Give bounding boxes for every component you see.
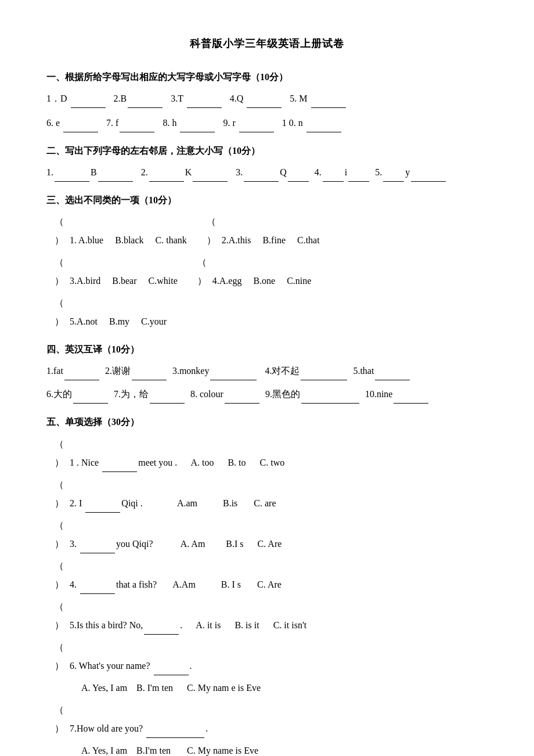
blank-4-6	[73, 403, 108, 404]
blank-5-1	[102, 471, 137, 472]
blank-4-10	[394, 403, 428, 404]
section5-q6: （ ） 6. What's your name? .	[46, 638, 488, 675]
section3-title: 三、选出不同类的一项（10分）	[46, 192, 488, 208]
blank-2-5b	[411, 181, 446, 182]
section5-q6-options: A. Yes, I am B. I'm ten C. My nam e is E…	[81, 679, 488, 697]
section2-row: 1.B 2.K 3.Q 4.i 5.y	[46, 163, 488, 182]
section1-row1: 1．D 2.B 3.T 4.Q 5. M	[46, 89, 488, 108]
blank-5-2	[85, 512, 120, 513]
blank-5m	[311, 107, 346, 108]
section4-row2: 6.大的 7.为，给 8. colour 9.黑色的 10.nine	[46, 385, 488, 404]
section5-q7: （ ） 7.How old are you? .	[46, 701, 488, 738]
section5-q1: （ ） 1 . Nice meet you . A. too B. to C. …	[46, 435, 488, 472]
blank-3t	[187, 107, 222, 108]
blank-8h	[180, 132, 215, 132]
blank-7f	[120, 132, 154, 132]
blank-5-3	[80, 553, 115, 553]
section5-q5: （ ） 5.Is this a bird? No,. A. it is B. i…	[46, 597, 488, 635]
page-title: 科普版小学三年级英语上册试卷	[46, 35, 488, 53]
section5-q3: （ ） 3. you Qiqi? A. Am B.I s C. Are	[46, 516, 488, 553]
blank-5-6	[154, 675, 189, 675]
blank-2-5a	[383, 181, 404, 182]
section5-q4: （ ） 4. that a fish? A.Am B. I s C. Are	[46, 557, 488, 594]
blank-9r	[239, 132, 274, 132]
blank-4-4	[301, 380, 347, 380]
blank-4-8	[225, 403, 259, 404]
section5-q2: （ ） 2. I Qiqi . A.am B.is C. are	[46, 476, 488, 513]
blank-5-4	[80, 593, 115, 594]
blank-4-1	[64, 380, 99, 380]
blank-2-1b	[98, 181, 133, 182]
section4-row1: 1.fat 2.谢谢 3.monkey 4.对不起 5.that	[46, 362, 488, 380]
section5-title: 五、单项选择（30分）	[46, 414, 488, 430]
blank-2-3b	[288, 181, 309, 182]
section1-row2: 6. e 7. f 8. h 9. r 1 0. n	[46, 114, 488, 132]
blank-10n	[306, 132, 341, 132]
blank-2-2a	[149, 181, 184, 182]
blank-2-2b	[193, 181, 228, 182]
blank-2-3a	[244, 181, 279, 182]
section2-title: 二、写出下列字母的左右邻居，注意大小写（10分）	[46, 143, 488, 159]
blank-2-4b	[348, 181, 369, 182]
blank-5-5	[144, 634, 179, 635]
blank-5-7	[146, 737, 204, 738]
section3-row1: （ ） 1. A.blue B.black C. thank （ ） 2.A.t…	[46, 213, 488, 250]
blank-4-7	[150, 403, 185, 404]
blank-2b	[128, 107, 163, 108]
section3-row3: （ ） 5.A.not B.my C.your	[46, 294, 488, 331]
blank-2-4a	[323, 181, 344, 182]
blank-2-1a	[55, 181, 89, 182]
section5-q7-options: A. Yes, I am B.I'm ten C. My name is Eve	[81, 741, 488, 756]
blank-1d	[71, 107, 106, 108]
blank-4-3	[210, 380, 257, 380]
section1-title: 一、根据所给字母写出相应的大写字母或小写字母（10分）	[46, 69, 488, 85]
section3-row2: （ ） 3.A.bird B.bear C.white （ ） 4.A.egg …	[46, 253, 488, 290]
section4-title: 四、英汉互译（10分）	[46, 341, 488, 357]
blank-4-9	[301, 403, 359, 404]
blank-4-2	[132, 380, 167, 380]
blank-6e	[63, 132, 98, 132]
blank-4q	[247, 107, 282, 108]
blank-4-5	[375, 380, 410, 380]
